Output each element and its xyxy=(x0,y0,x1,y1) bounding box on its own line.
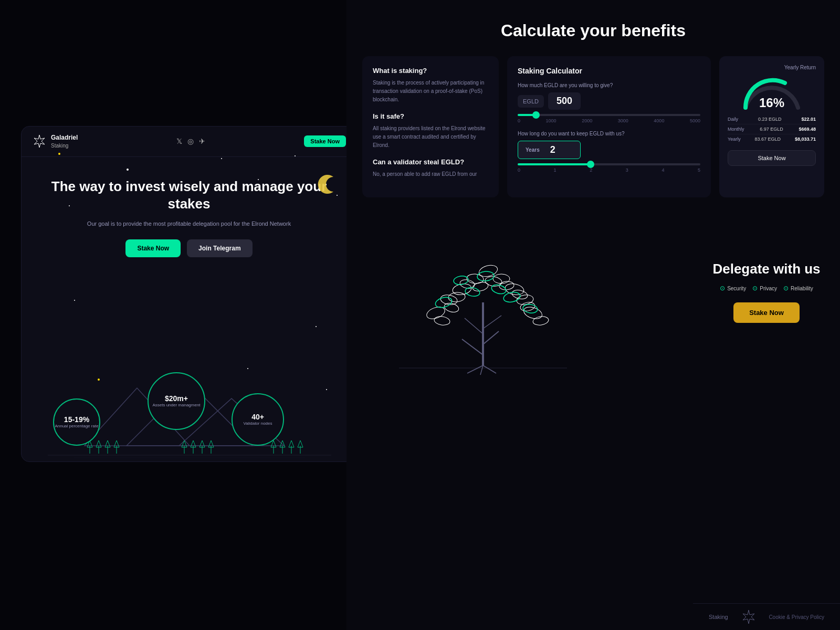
years-slider-thumb[interactable] xyxy=(587,161,594,168)
stat-circle-2: $20m+ Assets under managment xyxy=(148,372,205,430)
delegate-stake-button[interactable]: Stake Now xyxy=(733,302,800,323)
egld-slider-labels: 0 1000 2000 3000 4000 5000 xyxy=(518,118,700,123)
calc-title: Staking Calculator xyxy=(518,67,700,75)
years-slider-fill xyxy=(518,163,591,165)
egld-slider-track[interactable] xyxy=(518,114,700,116)
svg-point-42 xyxy=(516,294,534,306)
svg-line-34 xyxy=(483,316,501,329)
feature-privacy: ⊙ Privacy xyxy=(752,285,777,292)
calc-stake-button[interactable]: Stake Now xyxy=(728,150,816,166)
steal-info-heading: Can a validator steal EGLD? xyxy=(373,158,488,166)
egld-slider-thumb[interactable] xyxy=(532,111,540,119)
gauge-container: 16% xyxy=(740,74,803,110)
footer-brand: Staking xyxy=(709,614,728,620)
logo-area: Galadriel Staking xyxy=(32,134,78,149)
stat-circle-1: 15-19% Annual percentage rate xyxy=(53,398,100,446)
steal-info-text: No, a person able to add raw EGLD from o… xyxy=(373,170,488,178)
navbar: Galadriel Staking 𝕏 ◎ ✈ Stake Now xyxy=(22,127,356,157)
security-check-icon: ⊙ xyxy=(720,285,725,292)
hero-stake-button[interactable]: Stake Now xyxy=(125,239,181,257)
svg-line-31 xyxy=(462,339,483,355)
hero-subtitle: Our goal is to provide the most profitab… xyxy=(32,220,346,227)
hero-section: The way to invest wisely and manage your… xyxy=(22,157,356,268)
svg-point-56 xyxy=(477,271,494,282)
calc-card: Staking Calculator How much EGLD are you… xyxy=(507,56,711,197)
gauge-card: Yearly Return 16% Daily 0.23 EGLD $22.01 xyxy=(719,56,824,197)
moon-icon xyxy=(318,173,341,196)
footer-policy-link[interactable]: Cookie & Privacy Policy xyxy=(769,614,824,620)
years-slider-track[interactable] xyxy=(518,163,700,165)
logo-icon xyxy=(32,134,47,149)
safe-info-heading: Is it safe? xyxy=(373,112,488,120)
navbar-stake-button[interactable]: Stake Now xyxy=(304,135,346,147)
stat-circle-3: 40+ Validator nodes xyxy=(232,393,284,446)
left-panel: Galadriel Staking 𝕏 ◎ ✈ Stake Now The wa… xyxy=(21,126,357,462)
feature-security: ⊙ Security xyxy=(720,285,746,292)
egld-question: How much EGLD are you willing to give? xyxy=(518,82,700,88)
right-panel: Calculate your benefits What is staking?… xyxy=(346,0,840,630)
years-number: 2 xyxy=(550,144,555,155)
svg-point-36 xyxy=(440,293,458,306)
hero-telegram-button[interactable]: Join Telegram xyxy=(187,239,252,257)
svg-line-63 xyxy=(483,365,496,373)
nav-icons: 𝕏 ◎ ✈ xyxy=(176,137,205,145)
years-slider-labels: 0 1 2 3 4 5 xyxy=(518,167,700,173)
svg-point-44 xyxy=(443,302,459,314)
returns-row-monthly: Monthly 6.97 EGLD $669.48 xyxy=(728,124,816,134)
footer-logo-icon xyxy=(741,609,757,625)
svg-marker-0 xyxy=(34,135,45,148)
delegate-section: Delegate with us ⊙ Security ⊙ Privacy ⊙ … xyxy=(693,208,840,376)
staking-info-text: Staking is the process of actively parti… xyxy=(373,79,488,104)
svg-point-52 xyxy=(434,316,450,326)
delegate-features: ⊙ Security ⊙ Privacy ⊙ Reliability xyxy=(720,285,813,292)
hero-title: The way to invest wisely and manage your… xyxy=(32,178,346,214)
svg-line-33 xyxy=(465,318,483,334)
returns-row-daily: Daily 0.23 EGLD $22.01 xyxy=(728,114,816,124)
star-decoration xyxy=(58,153,60,155)
footer: Staking Cookie & Privacy Policy xyxy=(693,603,840,630)
reliability-check-icon: ⊙ xyxy=(783,285,789,292)
mountains-area: 15-19% Annual percentage rate $20m+ Asse… xyxy=(22,356,356,461)
years-label: Years xyxy=(526,147,540,153)
instagram-icon[interactable]: ◎ xyxy=(187,137,194,145)
feature-reliability: ⊙ Reliability xyxy=(783,285,813,292)
egld-value: 500 xyxy=(548,92,581,110)
svg-point-58 xyxy=(502,291,521,303)
logo-text: Galadriel Staking xyxy=(51,134,78,149)
svg-point-40 xyxy=(493,274,510,284)
egld-label: EGLD xyxy=(518,95,544,108)
svg-point-39 xyxy=(478,264,499,279)
staking-info-heading: What is staking? xyxy=(373,67,488,75)
svg-point-47 xyxy=(472,281,489,292)
years-box: Years 2 xyxy=(518,141,581,159)
years-question: How long do you want to keep EGLD with u… xyxy=(518,131,700,136)
twitter-icon[interactable]: 𝕏 xyxy=(176,137,182,145)
privacy-check-icon: ⊙ xyxy=(752,285,758,292)
svg-line-62 xyxy=(467,365,483,373)
calculator-section: What is staking? Staking is the process … xyxy=(346,56,840,197)
safe-info-text: All staking providers listed on the Elro… xyxy=(373,124,488,150)
svg-point-45 xyxy=(448,292,465,303)
bottom-section: Delegate with us ⊙ Security ⊙ Privacy ⊙ … xyxy=(346,208,840,376)
svg-point-51 xyxy=(520,301,536,312)
telegram-icon[interactable]: ✈ xyxy=(199,137,205,145)
delegate-title: Delegate with us xyxy=(712,261,820,277)
svg-line-32 xyxy=(483,331,499,344)
egld-input-row: EGLD 500 xyxy=(518,92,700,110)
page-title: Calculate your benefits xyxy=(346,0,840,56)
tree-section xyxy=(346,208,693,376)
star-decoration xyxy=(74,300,75,301)
gauge-percent: 16% xyxy=(759,96,784,110)
svg-point-57 xyxy=(490,284,507,296)
hero-buttons: Stake Now Join Telegram xyxy=(32,239,346,257)
info-card: What is staking? Staking is the process … xyxy=(362,56,499,197)
svg-marker-65 xyxy=(743,610,754,624)
returns-table: Daily 0.23 EGLD $22.01 Monthly 6.97 EGLD… xyxy=(728,114,816,144)
star-decoration xyxy=(316,326,317,327)
svg-point-38 xyxy=(466,274,484,285)
returns-row-yearly: Yearly 83.67 EGLD $8,033.71 xyxy=(728,134,816,144)
yearly-return-label: Yearly Return xyxy=(728,65,816,70)
years-input-row: Years 2 xyxy=(518,141,700,159)
